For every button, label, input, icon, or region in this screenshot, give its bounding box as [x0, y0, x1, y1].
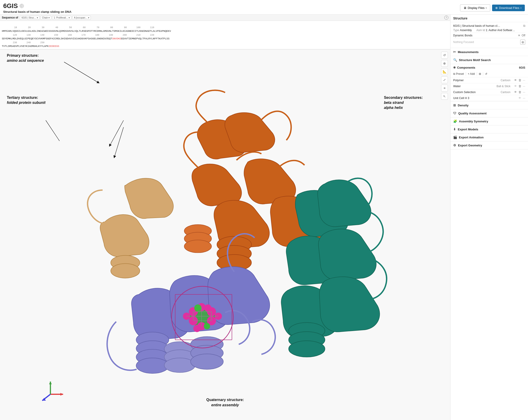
custom-selection-delete-button[interactable]: 🗑 [518, 90, 521, 94]
svg-point-38 [204, 323, 210, 329]
pdb-title: 6GIS ⓘ [3, 2, 71, 10]
water-more-button[interactable]: ··· [523, 84, 525, 88]
components-header[interactable]: ❊ Components 6GIS [450, 64, 528, 71]
reset-view-button[interactable]: ↺ [441, 52, 448, 59]
dynamic-bonds-x-icon[interactable]: ✕ [518, 34, 520, 37]
annotation-primary-label: Primary structure: amino acid sequence [7, 53, 44, 63]
quaternary-structure-subtitle: entire assembly [206, 403, 244, 408]
unit-cell-name: Unit Cell H 3 [453, 96, 513, 100]
structure-name: 6GIS | Structural basis of human cl… [453, 24, 522, 27]
export-animation-header[interactable]: 🎬 Export Animation [450, 133, 528, 141]
settings-button[interactable]: ≡ [441, 85, 448, 92]
polymer-name: Polymer [453, 79, 499, 82]
sequence-help-button[interactable]: ? [444, 16, 448, 20]
water-row: Water Ball & Stick 👁 🗑 ··· [450, 83, 528, 89]
export-animation-label: Export Animation [459, 136, 484, 139]
svg-marker-50 [60, 393, 63, 396]
tertiary-structure-title: Tertiary structure: [7, 95, 46, 100]
polymer-actions: 👁 🗑 ··· [514, 78, 525, 82]
quality-assessment-label: Quality Assessment [458, 112, 487, 115]
sequence-bar: Sequence of 6GIS | Struc… ▾ Chain ▾ 1: P… [0, 15, 450, 49]
sequence-dropdown-4[interactable]: A [occupan… ▾ [72, 16, 91, 20]
toolbar-divider-1 [466, 72, 466, 76]
preset-button[interactable]: ⧉ Preset [453, 72, 464, 75]
tertiary-structure-subtitle: folded protein subunit [7, 101, 46, 105]
density-label: Density [458, 104, 468, 107]
download-dropdown-icon: ▾ [520, 7, 522, 9]
preset-label: Preset [456, 72, 464, 75]
help-link: Structure [450, 15, 528, 22]
measure-button[interactable]: 📐 [441, 68, 448, 75]
display-files-button[interactable]: 🖥 Display Files ▾ [460, 4, 490, 12]
viewer-area[interactable]: Primary structure: amino acid sequence [0, 49, 450, 420]
export-geometry-section: ⚙ Export Geometry [450, 141, 528, 149]
toolbar-divider-3 [483, 72, 483, 76]
primary-structure-title: Primary structure: [7, 53, 44, 58]
expand-button[interactable]: ⤢ [441, 76, 448, 83]
components-icon: ❊ [453, 66, 456, 69]
polymer-eye-button[interactable]: 👁 [514, 78, 517, 82]
add-component-button[interactable]: + Add [468, 72, 475, 75]
type-value: Assembly [460, 29, 472, 32]
annotation-tertiary-label: Tertiary structure: folded protein subun… [7, 95, 46, 106]
assembly-symmetry-section: 🧩 Assembly Symmetry [450, 117, 528, 125]
secondary-structure-title: Secondary structures: [384, 95, 423, 100]
water-actions: 👁 🗑 ··· [514, 84, 525, 88]
water-delete-button[interactable]: 🗑 [518, 84, 521, 88]
measurements-section: ✂ Measurements [450, 48, 528, 56]
export-geometry-icon: ⚙ [453, 144, 456, 147]
structure-motif-section: 🔍 Structure Motif Search [450, 56, 528, 64]
display-files-icon: 🖥 [464, 6, 467, 10]
pdb-id: 6GIS [3, 2, 18, 10]
component-settings-button[interactable]: ⊞ [479, 72, 481, 75]
polymer-more-button[interactable]: ··· [523, 78, 525, 82]
svg-point-35 [193, 325, 201, 332]
custom-selection-actions: 👁 🗑 ··· [514, 90, 525, 94]
seq-line2-numbers: 120 130 140 150 160 170 180 190 200 210 … [2, 34, 154, 36]
component-history-button[interactable]: ↺ [485, 72, 487, 75]
sequence-dropdown-1[interactable]: 6GIS | Struc… ▾ [20, 16, 39, 20]
preset-icon: ⧉ [453, 72, 455, 75]
type-meta: Type Assembly [453, 29, 472, 32]
teal-subunit [281, 178, 387, 357]
assembly-symmetry-label: Assembly Symmetry [459, 120, 488, 123]
export-models-icon: ⬇ [453, 127, 456, 131]
dynamic-bonds-row: Dynamic Bonds ✕ Off [453, 33, 525, 38]
protein-structure-viewer[interactable] [0, 49, 450, 420]
nothing-focused-text: Nothing Focused [453, 40, 474, 44]
seq-dropdown-3-value: 1: Proliferati… [54, 16, 68, 19]
export-models-header[interactable]: ⬇ Export Models [450, 125, 528, 133]
top-bar: 6GIS ⓘ Structural basis of human clamp s… [0, 0, 528, 15]
unit-cell-eye-button[interactable]: 👁 [518, 96, 521, 100]
info-icon[interactable]: ⓘ [20, 4, 24, 8]
asm-meta: Asm Id 1: Author And Softwar… [476, 29, 515, 32]
sequence-dropdown-2[interactable]: Chain ▾ [40, 16, 51, 20]
assembly-symmetry-header[interactable]: 🧩 Assembly Symmetry [450, 117, 528, 125]
sequence-dropdown-3[interactable]: 1: Proliferati… ▾ [52, 16, 71, 20]
export-models-label: Export Models [458, 128, 478, 131]
structure-name-row: 6GIS | Structural basis of human cl… ⧉ [453, 24, 525, 28]
measurements-label: Measurements [458, 50, 479, 54]
measurements-header[interactable]: ✂ Measurements [450, 48, 528, 56]
annotation-quaternary-label: Quaternary structure: entire assembly [206, 397, 244, 408]
download-files-button[interactable]: ⊕ Download Files ▾ [492, 5, 525, 11]
export-geometry-header[interactable]: ⚙ Export Geometry [450, 141, 528, 149]
structure-motif-header[interactable]: 🔍 Structure Motif Search [450, 56, 528, 64]
copy-structure-button[interactable]: ⧉ [523, 24, 525, 28]
unit-cell-more-button[interactable]: ··· [523, 96, 525, 100]
svg-point-36 [204, 304, 212, 312]
polymer-delete-button[interactable]: 🗑 [518, 78, 521, 82]
quality-assessment-icon: 🛡 [453, 111, 456, 115]
custom-selection-more-button[interactable]: ··· [523, 90, 525, 94]
quality-assessment-header[interactable]: 🛡 Quality Assessment [450, 109, 528, 117]
seq-line2-highlight: SNVDKE [112, 37, 121, 40]
focus-button[interactable]: ◎ [520, 40, 525, 45]
download-icon: ⊕ [495, 6, 498, 10]
camera-button[interactable]: ⊕ [441, 60, 448, 67]
water-eye-button[interactable]: 👁 [514, 84, 517, 88]
select-button[interactable]: ↖ [441, 93, 448, 100]
water-name: Water [453, 85, 495, 88]
top-bar-actions: 🖥 Display Files ▾ ⊕ Download Files ▾ [460, 4, 525, 12]
density-header[interactable]: ⊞ Density [450, 101, 528, 109]
custom-selection-eye-button[interactable]: 👁 [514, 90, 517, 94]
